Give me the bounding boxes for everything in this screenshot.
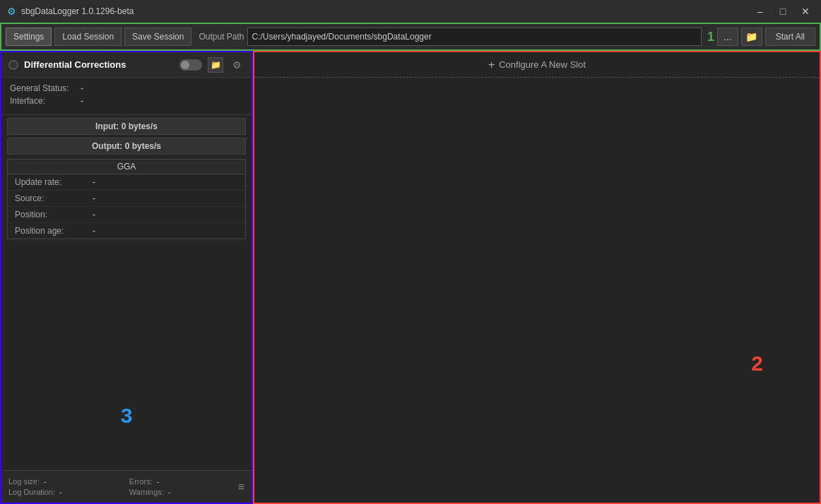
- log-size-value: -: [44, 477, 47, 486]
- title-bar: ⚙ sbgDataLogger 1.0.1296-beta – □ ✕: [0, 0, 821, 23]
- gear-icon: ⚙: [232, 59, 242, 71]
- right-body: 2: [254, 78, 820, 503]
- folder-icon: 📁: [745, 31, 757, 42]
- position-value: -: [93, 210, 95, 220]
- load-session-button[interactable]: Load Session: [54, 28, 122, 46]
- warnings-value: -: [168, 488, 171, 496]
- log-size-label: Log size:: [8, 477, 40, 486]
- right-panel: + Configure A New Slot 2: [253, 51, 821, 504]
- toolbar: Settings Load Session Save Session Outpu…: [0, 23, 821, 51]
- interface-value: -: [81, 96, 83, 106]
- more-options-button[interactable]: ...: [717, 28, 738, 46]
- badge-3: 3: [121, 404, 133, 428]
- panel-footer: Log size: - Log Duration: - Errors: - Wa…: [1, 470, 252, 503]
- window-controls: – □ ✕: [750, 4, 815, 18]
- errors-value: -: [157, 477, 160, 486]
- update-rate-label: Update rate:: [15, 177, 93, 187]
- left-panel: Differential Corrections 📁 ⚙ General Sta…: [0, 51, 253, 504]
- badge-2: 2: [751, 352, 763, 376]
- panel-body: General Status: - Interface: - Input: 0 …: [1, 78, 252, 274]
- panel-folder-button[interactable]: 📁: [208, 57, 223, 73]
- log-duration-value: -: [59, 488, 62, 496]
- position-age-row: Position age: -: [8, 223, 245, 239]
- gga-section: GGA Update rate: - Source: - Position: -…: [7, 159, 246, 239]
- source-row: Source: -: [8, 191, 245, 207]
- position-label: Position:: [15, 210, 93, 220]
- position-row: Position: -: [8, 207, 245, 223]
- general-status-row: General Status: -: [10, 83, 243, 93]
- close-button[interactable]: ✕: [796, 4, 815, 18]
- update-rate-value: -: [93, 177, 95, 187]
- output-path-input[interactable]: [247, 28, 702, 46]
- panel-folder-icon: 📁: [211, 60, 221, 70]
- configure-slot-button[interactable]: + Configure A New Slot: [254, 52, 820, 78]
- save-session-button[interactable]: Save Session: [124, 28, 191, 46]
- source-label: Source:: [15, 193, 93, 203]
- update-rate-row: Update rate: -: [8, 174, 245, 191]
- position-age-label: Position age:: [15, 226, 93, 236]
- input-rate-bar: Input: 0 bytes/s: [7, 118, 246, 135]
- log-size-row: Log size: -: [8, 477, 62, 486]
- badge-1: 1: [707, 30, 714, 44]
- main-content: Differential Corrections 📁 ⚙ General Sta…: [0, 51, 821, 504]
- general-status-value: -: [81, 83, 83, 93]
- interface-row: Interface: -: [10, 96, 243, 106]
- app-title: sbgDataLogger 1.0.1296-beta: [21, 6, 134, 16]
- footer-left: Log size: - Log Duration: -: [8, 477, 62, 496]
- settings-button[interactable]: Settings: [6, 28, 52, 46]
- folder-button[interactable]: 📁: [741, 28, 762, 46]
- warnings-label: Warnings:: [129, 488, 164, 496]
- configure-slot-label: Configure A New Slot: [499, 59, 586, 70]
- panel-title: Differential Corrections: [24, 59, 174, 70]
- errors-row: Errors: -: [129, 477, 171, 486]
- panel-header: Differential Corrections 📁 ⚙: [1, 52, 252, 78]
- maximize-button[interactable]: □: [773, 4, 793, 18]
- status-section: General Status: - Interface: -: [1, 78, 252, 115]
- gga-header: GGA: [8, 160, 245, 174]
- list-icon[interactable]: ≡: [238, 481, 244, 493]
- source-value: -: [93, 193, 95, 203]
- minimize-button[interactable]: –: [750, 4, 770, 18]
- errors-label: Errors:: [129, 477, 153, 486]
- output-path-label: Output Path: [199, 32, 244, 42]
- app-icon: ⚙: [6, 6, 17, 17]
- output-rate-bar: Output: 0 bytes/s: [7, 138, 246, 155]
- status-indicator: [8, 60, 18, 70]
- log-duration-label: Log Duration:: [8, 488, 55, 496]
- general-status-label: General Status:: [10, 83, 81, 93]
- log-duration-row: Log Duration: -: [8, 488, 62, 496]
- toggle-switch[interactable]: [179, 59, 202, 71]
- start-all-button[interactable]: Start All: [765, 28, 815, 46]
- warnings-row: Warnings: -: [129, 488, 171, 496]
- footer-right: Errors: - Warnings: -: [129, 477, 171, 496]
- position-age-value: -: [93, 226, 95, 236]
- interface-label: Interface:: [10, 96, 81, 106]
- panel-settings-button[interactable]: ⚙: [229, 57, 244, 73]
- plus-icon: +: [488, 59, 495, 71]
